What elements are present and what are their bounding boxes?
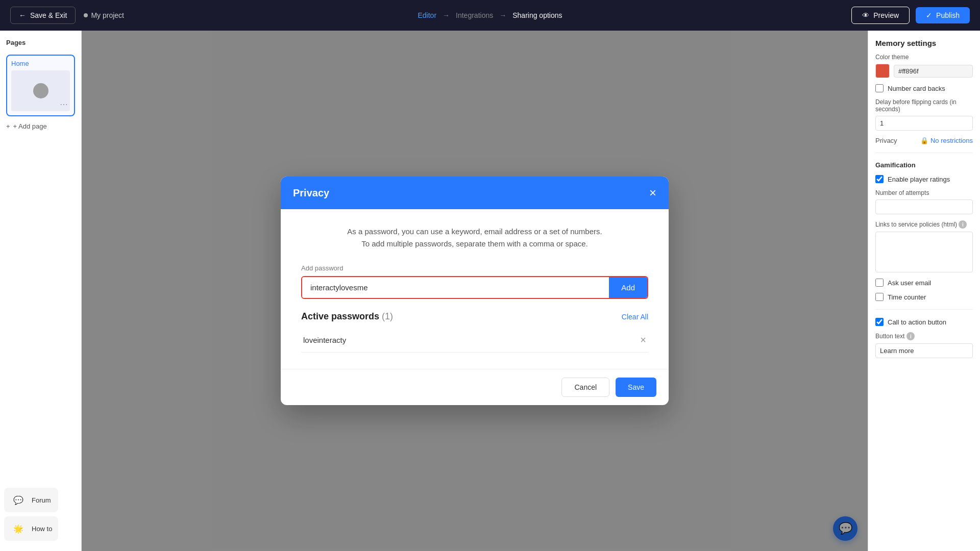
- ask-user-email-row: Ask user email: [875, 279, 973, 287]
- color-theme-label: Color theme: [875, 54, 973, 61]
- arrow-icon-2: →: [499, 11, 506, 19]
- add-password-row: Add: [301, 276, 648, 299]
- plus-icon: +: [6, 122, 10, 130]
- number-card-backs-checkbox[interactable]: [875, 84, 884, 92]
- forum-icon: 💬: [10, 492, 27, 508]
- modal-description: As a password, you can use a keyword, em…: [301, 226, 648, 250]
- gamification-title: Gamification: [875, 161, 973, 169]
- bottom-nav: 💬 Forum 🌟 How to: [4, 488, 58, 541]
- cancel-button[interactable]: Cancel: [561, 378, 609, 397]
- ask-user-email-checkbox[interactable]: [875, 279, 884, 287]
- top-navigation: ← Save & Exit My project Editor → Integr…: [0, 0, 980, 31]
- add-password-label: Add password: [301, 264, 648, 272]
- modal-header: Privacy ×: [281, 177, 669, 209]
- service-policies-textarea[interactable]: [875, 232, 973, 272]
- enable-player-ratings-row: Enable player ratings: [875, 175, 973, 183]
- enable-player-ratings-checkbox[interactable]: [875, 175, 884, 183]
- number-of-attempts-section: Number of attempts: [875, 189, 973, 214]
- info-icon[interactable]: i: [959, 220, 967, 229]
- delay-input[interactable]: [875, 116, 973, 131]
- modal-close-button[interactable]: ×: [649, 187, 656, 199]
- save-button[interactable]: Save: [616, 378, 656, 397]
- publish-button[interactable]: ✓ Publish: [916, 7, 970, 23]
- privacy-value-link[interactable]: 🔒 No restrictions: [920, 137, 973, 144]
- color-swatch[interactable]: [875, 64, 890, 78]
- ask-user-email-label: Ask user email: [888, 279, 931, 287]
- active-passwords-count: (1): [382, 311, 393, 321]
- button-text-section: Button text i: [875, 332, 973, 358]
- check-icon: ✓: [926, 11, 932, 19]
- number-of-attempts-input[interactable]: [875, 199, 973, 214]
- clear-all-button[interactable]: Clear All: [622, 313, 648, 321]
- color-row: #ff896f: [875, 64, 973, 78]
- number-card-backs-row: Number card backs: [875, 84, 973, 92]
- enable-player-ratings-label: Enable player ratings: [888, 176, 950, 183]
- privacy-label: Privacy: [875, 137, 897, 144]
- password-item: loveinteracty ×: [301, 328, 648, 353]
- divider-1: [875, 153, 973, 153]
- editor-link[interactable]: Editor: [418, 11, 436, 19]
- save-exit-button[interactable]: ← Save & Exit: [10, 7, 76, 24]
- integrations-link[interactable]: Integrations: [456, 11, 493, 19]
- modal-body: As a password, you can use a keyword, em…: [281, 209, 669, 369]
- howto-icon: 🌟: [10, 520, 27, 537]
- password-remove-button[interactable]: ×: [640, 334, 646, 346]
- password-value: loveinteracty: [303, 336, 346, 344]
- service-policies-label: Links to service policies (html) i: [875, 220, 973, 229]
- sidebar: Pages Home ⋯ + + Add page 💬 Forum 🌟 How …: [0, 31, 82, 551]
- time-counter-label: Time counter: [888, 293, 926, 301]
- time-counter-row: Time counter: [875, 293, 973, 301]
- main-layout: Pages Home ⋯ + + Add page 💬 Forum 🌟 How …: [0, 31, 980, 551]
- modal-footer: Cancel Save: [281, 369, 669, 405]
- add-password-button[interactable]: Add: [609, 277, 647, 298]
- button-text-label: Button text i: [875, 332, 973, 340]
- page-preview: ⋯: [11, 70, 70, 111]
- modal-title: Privacy: [293, 187, 329, 199]
- call-to-action-checkbox[interactable]: [875, 318, 884, 326]
- color-theme-section: Color theme #ff896f: [875, 54, 973, 78]
- panel-title: Memory settings: [875, 39, 973, 47]
- call-to-action-row: Call to action button: [875, 318, 973, 326]
- eye-icon: 👁: [862, 11, 869, 19]
- right-panel: Memory settings Color theme #ff896f Numb…: [868, 31, 980, 551]
- main-content: Privacy × As a password, you can use a k…: [82, 31, 868, 551]
- active-passwords-title: Active passwords (1): [301, 311, 393, 322]
- time-counter-checkbox[interactable]: [875, 293, 884, 301]
- page-thumb: [33, 83, 48, 98]
- dot-icon: [84, 13, 88, 17]
- preview-button[interactable]: 👁 Preview: [851, 7, 910, 24]
- privacy-row: Privacy 🔒 No restrictions: [875, 137, 973, 144]
- howto-label: How to: [32, 525, 52, 533]
- page-dots-icon[interactable]: ⋯: [60, 99, 68, 109]
- sharing-options-link[interactable]: Sharing options: [512, 11, 562, 19]
- color-value: #ff896f: [894, 65, 973, 78]
- sidebar-title: Pages: [6, 39, 75, 46]
- forum-label: Forum: [32, 496, 51, 504]
- service-policies-section: Links to service policies (html) i: [875, 220, 973, 272]
- divider-2: [875, 309, 973, 310]
- project-name: My project: [84, 11, 124, 19]
- call-to-action-label: Call to action button: [888, 318, 946, 326]
- delay-section: Delay before flipping cards (in seconds): [875, 98, 973, 131]
- arrow-left-icon: ←: [19, 11, 26, 19]
- privacy-modal: Privacy × As a password, you can use a k…: [281, 177, 669, 405]
- page-card-label: Home: [11, 60, 70, 67]
- number-of-attempts-label: Number of attempts: [875, 189, 973, 196]
- password-input[interactable]: [302, 277, 609, 298]
- page-card-home[interactable]: Home ⋯: [6, 55, 75, 116]
- nav-right: 👁 Preview ✓ Publish: [851, 7, 970, 24]
- lock-icon: 🔒: [920, 137, 928, 144]
- active-passwords-header: Active passwords (1) Clear All: [301, 311, 648, 322]
- modal-overlay[interactable]: Privacy × As a password, you can use a k…: [82, 31, 868, 551]
- add-password-section: Add password Add: [301, 264, 648, 299]
- arrow-icon-1: →: [443, 11, 450, 19]
- breadcrumb: Editor → Integrations → Sharing options: [418, 11, 562, 19]
- button-text-input[interactable]: [875, 343, 973, 358]
- button-text-info-icon[interactable]: i: [906, 332, 915, 340]
- howto-nav-item[interactable]: 🌟 How to: [4, 516, 58, 541]
- add-page-button[interactable]: + + Add page: [6, 120, 75, 132]
- number-card-backs-label: Number card backs: [888, 85, 945, 92]
- forum-nav-item[interactable]: 💬 Forum: [4, 488, 58, 512]
- delay-label: Delay before flipping cards (in seconds): [875, 98, 973, 113]
